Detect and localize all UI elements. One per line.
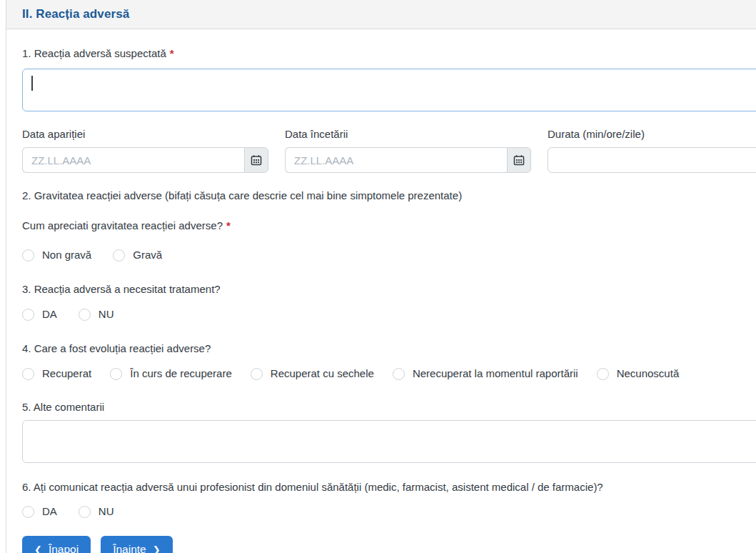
back-button[interactable]: ❮ Înapoi bbox=[22, 536, 91, 553]
radio-option-nu[interactable]: NU bbox=[79, 308, 114, 321]
date-end-column: Data încetării bbox=[285, 127, 531, 173]
radio-option-necunoscuta[interactable]: Necunoscută bbox=[597, 367, 680, 380]
question-5-label: 5. Alte comentarii bbox=[22, 400, 756, 414]
calendar-icon bbox=[513, 154, 525, 166]
date-end-input[interactable] bbox=[285, 147, 507, 173]
date-end-calendar-button[interactable] bbox=[507, 147, 531, 173]
question-2-label: 2. Gravitatea reacției adverse (bifați c… bbox=[22, 189, 756, 203]
calendar-icon bbox=[251, 154, 262, 166]
radio-option-nerecuperat[interactable]: Nerecuperat la momentul raportării bbox=[393, 367, 578, 380]
question-1-group: 1. Reacția adversă suspectată* bbox=[22, 46, 756, 111]
radio-option-grava[interactable]: Gravă bbox=[113, 249, 162, 261]
radio-button-icon[interactable] bbox=[79, 309, 91, 321]
chevron-left-icon: ❮ bbox=[34, 545, 42, 553]
radio-button-icon[interactable] bbox=[597, 368, 609, 380]
panel-title: II. Reacția adversă bbox=[22, 7, 756, 21]
radio-button-icon[interactable] bbox=[22, 249, 34, 261]
outcome-radio-group: Recuperat În curs de recuperare Recupera… bbox=[22, 367, 756, 380]
radio-option-da[interactable]: DA bbox=[22, 505, 57, 518]
radio-button-icon[interactable] bbox=[110, 368, 122, 380]
required-asterisk: * bbox=[226, 219, 231, 231]
radio-button-icon[interactable] bbox=[22, 368, 34, 380]
date-end-label: Data încetării bbox=[285, 127, 531, 141]
question-6-label: 6. Ați comunicat reacția adversă unui pr… bbox=[22, 480, 756, 494]
radio-option-recuperat-cu-sechele[interactable]: Recuperat cu sechele bbox=[251, 367, 374, 380]
next-button[interactable]: Înainte ❯ bbox=[101, 536, 172, 553]
radio-option-non-grava[interactable]: Non gravă bbox=[22, 249, 91, 261]
date-onset-input[interactable] bbox=[22, 147, 244, 173]
suspected-reaction-textarea[interactable] bbox=[22, 69, 756, 111]
date-onset-calendar-button[interactable] bbox=[244, 147, 268, 173]
treatment-radio-group: DA NU bbox=[22, 308, 756, 321]
radio-button-icon[interactable] bbox=[113, 249, 125, 261]
radio-button-icon[interactable] bbox=[22, 506, 34, 518]
duration-input-group bbox=[548, 147, 756, 173]
date-onset-input-group bbox=[22, 147, 268, 173]
question-3-label: 3. Reacția adversă a necesitat tratament… bbox=[22, 282, 756, 297]
radio-option-recuperat[interactable]: Recuperat bbox=[22, 367, 91, 380]
navigation-buttons: ❮ Înapoi Înainte ❯ bbox=[22, 536, 756, 553]
panel-body: 1. Reacția adversă suspectată* Data apar… bbox=[6, 29, 756, 553]
required-asterisk: * bbox=[170, 47, 174, 59]
radio-option-nu[interactable]: NU bbox=[79, 505, 114, 518]
radio-option-da[interactable]: DA bbox=[22, 308, 57, 321]
question-1-label: 1. Reacția adversă suspectată* bbox=[22, 46, 756, 61]
question-5-group: 5. Alte comentarii bbox=[22, 400, 756, 463]
radio-button-icon[interactable] bbox=[79, 506, 91, 518]
radio-option-in-curs-de-recuperare[interactable]: În curs de recuperare bbox=[110, 367, 232, 380]
duration-column: Durata (min/ore/zile) bbox=[548, 127, 756, 173]
date-end-input-group bbox=[285, 147, 531, 173]
panel-header: II. Reacția adversă bbox=[6, 0, 756, 29]
dates-row: Data apariției bbox=[22, 127, 756, 173]
other-comments-textarea[interactable] bbox=[22, 420, 756, 463]
radio-button-icon[interactable] bbox=[393, 368, 405, 380]
radio-button-icon[interactable] bbox=[22, 309, 34, 321]
communicated-radio-group: DA NU bbox=[22, 505, 756, 518]
date-onset-column: Data apariției bbox=[22, 127, 268, 173]
duration-input[interactable] bbox=[548, 147, 756, 173]
adverse-reaction-panel: II. Reacția adversă 1. Reacția adversă s… bbox=[6, 0, 756, 553]
duration-label: Durata (min/ore/zile) bbox=[548, 127, 756, 141]
date-onset-label: Data apariției bbox=[22, 127, 268, 141]
chevron-right-icon: ❯ bbox=[153, 545, 161, 553]
question-4-label: 4. Care a fost evoluția reacției adverse… bbox=[22, 342, 756, 356]
question-2-sub-label: Cum apreciati gravitatea reacției advers… bbox=[22, 219, 756, 233]
severity-radio-group: Non gravă Gravă bbox=[22, 249, 756, 261]
radio-button-icon[interactable] bbox=[251, 368, 263, 380]
text-caret bbox=[31, 76, 33, 91]
